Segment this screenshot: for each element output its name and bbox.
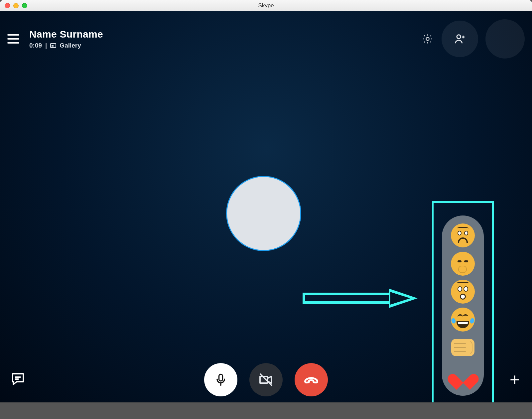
bottom-bar	[0, 371, 532, 388]
call-area: Name Surname 0:09 | Gallery	[0, 11, 532, 402]
window-close-button[interactable]	[5, 3, 10, 8]
camera-button[interactable]	[249, 363, 283, 396]
microphone-icon	[213, 372, 228, 387]
app-title: Skype	[0, 2, 532, 9]
reaction-laugh[interactable]	[451, 308, 475, 332]
svg-point-1	[457, 35, 461, 39]
app-window: Skype Name Surname 0:09 | Gallery	[0, 0, 532, 402]
svg-point-0	[426, 37, 429, 40]
settings-button[interactable]	[421, 32, 434, 46]
window-controls	[0, 3, 27, 8]
hangup-button[interactable]	[295, 363, 328, 396]
mute-button[interactable]	[204, 363, 237, 396]
gallery-icon	[50, 43, 56, 48]
chat-icon	[10, 371, 26, 387]
call-meta: 0:09 | Gallery	[29, 42, 103, 49]
window-minimize-button[interactable]	[13, 3, 19, 8]
titlebar: Skype	[0, 0, 532, 11]
self-video-thumbnail[interactable]	[485, 19, 525, 59]
more-reactions-button[interactable]	[507, 372, 522, 387]
svg-rect-2	[304, 294, 390, 303]
annotation-arrow	[303, 287, 419, 309]
window-maximize-button[interactable]	[22, 3, 27, 8]
hangup-icon	[303, 371, 320, 388]
top-bar: Name Surname 0:09 | Gallery	[0, 19, 532, 59]
call-duration: 0:09	[29, 42, 42, 49]
gear-icon	[422, 33, 433, 45]
svg-rect-3	[219, 374, 223, 381]
contact-name: Name Surname	[29, 29, 103, 40]
view-mode-label[interactable]: Gallery	[60, 42, 81, 49]
reaction-panel	[442, 215, 484, 396]
menu-button[interactable]	[7, 34, 19, 44]
contact-avatar	[226, 176, 301, 251]
separator: |	[45, 42, 47, 49]
camera-off-icon	[258, 372, 274, 388]
reaction-fist[interactable]	[451, 336, 475, 359]
call-controls	[204, 363, 328, 396]
add-person-icon	[453, 32, 466, 46]
top-right-controls	[421, 19, 525, 59]
contact-info: Name Surname 0:09 | Gallery	[29, 29, 103, 49]
add-participant-button[interactable]	[442, 21, 478, 57]
reaction-thinking[interactable]	[451, 252, 475, 276]
reaction-surprised[interactable]	[451, 280, 475, 304]
chat-button[interactable]	[10, 371, 26, 388]
reaction-sad[interactable]	[451, 223, 475, 247]
plus-icon	[508, 373, 521, 386]
